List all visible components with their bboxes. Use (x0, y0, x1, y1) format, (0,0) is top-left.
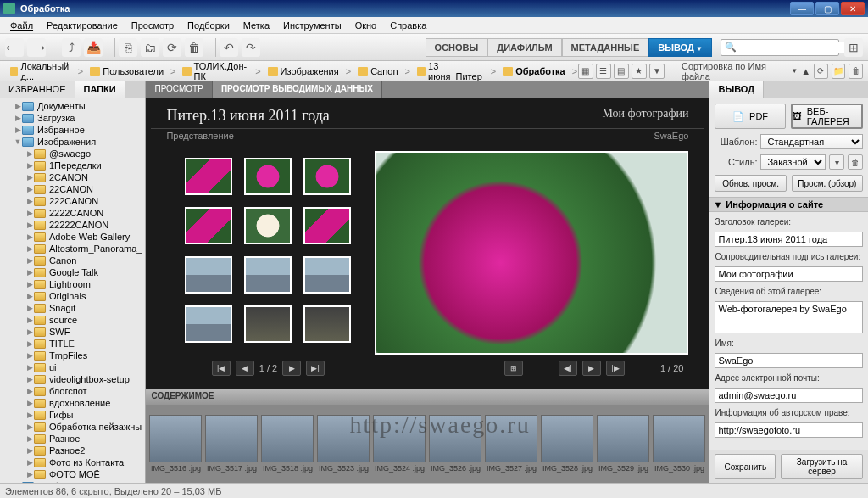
filter-menu-button[interactable]: ▼ (649, 64, 665, 79)
filmstrip-item[interactable]: IMG_3516 .jpg (149, 415, 202, 473)
maximize-button[interactable]: ▢ (815, 2, 839, 15)
gallery-thumb[interactable] (244, 207, 292, 244)
tree-item[interactable]: ▶вдохновление (2, 397, 143, 409)
style-save-button[interactable]: ▾ (829, 154, 844, 170)
first-page-button[interactable]: |◀ (212, 361, 231, 376)
view-grid-button[interactable]: ▦ (578, 64, 593, 79)
breadcrumb-item[interactable]: ТОЛИК.Дон-ПК (177, 59, 253, 83)
tree-item[interactable]: ▶SWF (2, 326, 143, 338)
options-button[interactable]: ⟳ (814, 64, 828, 79)
about-textarea[interactable]: Web-фотогалерея by SwaEgo (715, 301, 863, 333)
back-button[interactable]: ⟵ (5, 38, 24, 57)
email-input[interactable] (715, 388, 863, 403)
breadcrumb-item[interactable]: Пользователи (85, 64, 169, 78)
expand-icon[interactable]: ▶ (25, 458, 34, 467)
expand-icon[interactable]: ▶ (25, 280, 34, 288)
filmstrip-item[interactable]: IMG_3527 .jpg (485, 415, 537, 473)
expand-icon[interactable]: ▶ (25, 434, 34, 443)
gallery-thumb[interactable] (185, 256, 232, 294)
menu-окно[interactable]: Окно (348, 19, 384, 32)
sort-label[interactable]: Сортировка по Имя файла (682, 61, 787, 81)
expand-icon[interactable]: ▶ (25, 363, 34, 372)
menu-просмотр[interactable]: Просмотр (125, 19, 181, 32)
slideshow-prev-button[interactable]: ◀| (559, 361, 577, 376)
gallery-thumb[interactable] (244, 158, 292, 195)
expand-icon[interactable]: ▶ (25, 161, 34, 170)
expand-icon[interactable]: ▶ (25, 173, 34, 182)
web-gallery-mode-button[interactable]: 🖼ВЕБ-ГАЛЕРЕЯ (791, 104, 863, 129)
expand-icon[interactable]: ▶ (25, 292, 34, 300)
tree-item[interactable]: ▶Adobe Web Gallery (2, 231, 143, 243)
tree-item[interactable]: ▶222CANON (2, 195, 143, 207)
expand-icon[interactable]: ▶ (25, 304, 34, 312)
tree-item[interactable]: ▶TmpFiles (2, 350, 143, 361)
gallery-caption-input[interactable] (715, 266, 863, 282)
get-photos-button[interactable]: 📥 (84, 38, 103, 57)
gallery-title-input[interactable] (715, 232, 863, 247)
expand-icon[interactable]: ▶ (25, 221, 34, 229)
expand-icon[interactable]: ▶ (25, 387, 34, 395)
minimize-button[interactable]: — (790, 2, 814, 15)
menu-файл[interactable]: Файл (3, 19, 40, 32)
filter-rating-button[interactable]: ★ (632, 64, 647, 79)
expand-icon[interactable]: ▶ (25, 411, 34, 419)
gallery-thumb[interactable] (303, 158, 351, 195)
workspace-tab-диафильм[interactable]: ДИАФИЛЬМ (487, 38, 561, 57)
last-page-button[interactable]: ▶| (306, 361, 325, 376)
menu-подборки[interactable]: Подборки (181, 19, 236, 32)
tree-item[interactable]: ▶Google Talk (2, 266, 143, 278)
copyright-input[interactable] (715, 422, 863, 438)
expand-icon[interactable]: ▶ (25, 268, 34, 277)
slideshow-view-button[interactable]: ⊞ (504, 361, 523, 376)
menu-редактирование[interactable]: Редактирование (40, 19, 125, 32)
filmstrip-item[interactable]: IMG_3528 .jpg (541, 415, 593, 473)
tree-item[interactable]: ▶ФОТО МОЁ (2, 468, 143, 480)
gallery-thumb[interactable] (185, 305, 232, 343)
tree-item[interactable]: ▶2222CANON (2, 207, 143, 219)
tree-item[interactable]: ▶videolightbox-setup (2, 373, 143, 385)
expand-icon[interactable]: ▶ (25, 149, 34, 158)
breadcrumb-item[interactable]: Локальный д... (5, 59, 76, 83)
style-select[interactable]: Заказной (760, 154, 826, 170)
template-select[interactable]: Стандартная (760, 134, 863, 149)
save-button[interactable]: Сохранить (715, 454, 776, 479)
tree-item[interactable]: ▶Избранное (2, 124, 143, 136)
center-tab[interactable]: ПРОСМОТР ВЫВОДИМЫХ ДАННЫХ (213, 81, 382, 98)
open-recent-button[interactable]: 🗂 (141, 38, 159, 57)
refresh-button[interactable]: ⟳ (163, 38, 181, 57)
tree-item[interactable]: ▼Изображения (2, 136, 143, 148)
filmstrip-item[interactable]: IMG_3530 .jpg (653, 415, 705, 473)
upload-button[interactable]: Загрузить на сервер (781, 454, 863, 479)
menu-справка[interactable]: Справка (383, 19, 433, 32)
view-list-button[interactable]: ☰ (596, 64, 611, 79)
search-input[interactable] (737, 42, 854, 53)
breadcrumb-item[interactable]: Обработка (498, 64, 570, 78)
expand-icon[interactable]: ▶ (25, 351, 34, 360)
folder-tree[interactable]: ▶Документы▶Загрузка▶Избранное▼Изображени… (0, 98, 145, 483)
tree-item[interactable]: ▶22CANON (2, 183, 143, 195)
open-button[interactable]: ⎘ (119, 38, 137, 57)
next-page-button[interactable]: ▶ (282, 361, 301, 376)
slideshow-play-button[interactable]: ▶ (582, 361, 601, 376)
breadcrumb-item[interactable]: Canon (353, 64, 403, 78)
search-box[interactable]: 🔍 ▼ (721, 39, 839, 56)
style-delete-button[interactable]: 🗑 (848, 154, 863, 170)
expand-icon[interactable]: ▶ (25, 470, 34, 478)
sort-asc-icon[interactable]: ▲ (801, 66, 810, 76)
gallery-thumb[interactable] (244, 256, 292, 294)
output-tab[interactable]: ВЫВОД (709, 81, 764, 98)
expand-icon[interactable]: ▶ (25, 232, 34, 241)
workspace-tab-вывод[interactable]: ВЫВОД ▼ (648, 38, 712, 57)
expand-icon[interactable]: ▶ (25, 422, 34, 431)
new-folder-button[interactable]: 📁 (832, 64, 846, 79)
filmstrip-item[interactable]: IMG_3524 .jpg (373, 415, 426, 473)
tree-item[interactable]: ▶TITLE (2, 338, 143, 350)
tree-item[interactable]: ▶Документы (2, 100, 143, 112)
expand-icon[interactable]: ▶ (25, 256, 34, 265)
delete-button[interactable]: 🗑 (185, 38, 203, 57)
tree-item[interactable]: ▶Гифы (2, 409, 143, 421)
expand-icon[interactable]: ▶ (25, 197, 34, 205)
breadcrumb-item[interactable]: Изображения (263, 64, 344, 78)
reveal-button[interactable]: ⤴ (62, 38, 81, 57)
expand-icon[interactable]: ▶ (25, 375, 34, 383)
